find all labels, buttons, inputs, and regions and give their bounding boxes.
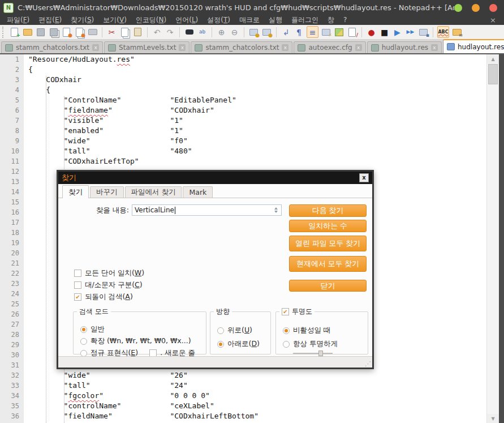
code-line[interactable]: "fgcolor" "0 0 0 0" [24,391,487,401]
scrollbar-thumb[interactable] [488,64,498,84]
save-all-icon[interactable] [48,27,59,37]
radio-icon[interactable] [283,341,290,348]
file-tab[interactable]: autoexec.cfgx [294,41,365,53]
save-icon[interactable] [35,27,46,37]
menu-item[interactable]: ? [339,15,351,25]
maximize-light[interactable] [472,4,480,12]
document-map-icon[interactable] [334,27,344,37]
file-tab[interactable]: StammLevels.txtx [104,41,189,53]
macro-run-multiple-icon[interactable]: ▶▶ [405,27,416,37]
macro-play-icon[interactable]: ▶ [392,27,403,37]
transparency-slider[interactable] [293,351,333,356]
titlebar[interactable]: N C:₩Users₩Administrator₩Downloads₩20150… [0,0,504,15]
code-line[interactable]: { [24,65,487,75]
transparency-checkbox[interactable]: ✔ [282,308,289,315]
redo-icon[interactable]: ↷ [165,27,175,37]
file-tab[interactable]: stamm_chatcolors.txtx [191,41,292,53]
file-tab[interactable]: hudlayout.resx [443,39,504,53]
vertical-scrollbar[interactable]: ▲ ▼ [486,54,499,423]
scrollbar-down-arrow[interactable]: ▼ [487,414,499,423]
tab-close-icon[interactable]: x [92,44,99,51]
menu-item[interactable]: 인코딩(N) [131,15,171,25]
code-line[interactable]: "visible" "1" [24,116,487,126]
cut-icon[interactable]: ✂ [106,27,117,37]
find-dialog-tab[interactable]: 바꾸기 [90,186,124,198]
find-what-combobox[interactable]: VerticalLine [132,204,282,216]
radio-icon[interactable] [283,327,290,334]
dialog-button[interactable]: 현재에서 모두 찾기 [289,256,367,272]
sync-horizontal-scroll-icon[interactable]: ● [261,27,272,37]
find-dialog-tab[interactable]: 찾기 [62,185,89,198]
menubar-close-button[interactable]: × [484,16,502,24]
code-line[interactable]: "wide" "26" [24,370,487,381]
menu-item[interactable]: 언어(L) [171,15,203,25]
find-dialog-tab[interactable]: 파일에서 찾기 [125,186,182,198]
minimize-light[interactable] [454,4,462,12]
dialog-button[interactable]: 일치하는 수 [289,220,367,232]
code-line[interactable]: "Resource/HudLayout.res" [24,54,487,65]
close-light[interactable] [489,4,497,12]
dialog-button[interactable]: 닫기 [289,280,367,292]
scrollbar-up-arrow[interactable]: ▲ [487,54,499,63]
code-line[interactable]: "tall" "480" [24,146,487,156]
menu-item[interactable]: 실행 [264,15,287,25]
radio-icon[interactable] [80,326,87,333]
menu-item[interactable]: 플러그인 [287,15,323,25]
tab-close-icon[interactable]: x [179,44,186,51]
close-all-documents-icon[interactable]: ● [74,27,85,37]
indent-guide-icon[interactable]: ≡ [307,26,318,38]
checkbox-icon[interactable]: ✔ [74,293,81,301]
code-line[interactable]: "fieldName" "CODxhairLeftBottom" [24,411,487,421]
find-dialog-close-button[interactable]: x [359,173,369,182]
menu-item[interactable]: 편집(E) [34,15,66,25]
menu-item[interactable]: 창 [323,15,339,25]
function-list-icon[interactable]: ⚡ [321,27,331,37]
menu-item[interactable]: 설정(T) [203,15,235,25]
menu-item[interactable]: 파일(F) [2,15,34,25]
document-switcher-icon[interactable]: / [347,27,357,37]
checkbox-icon[interactable] [74,281,81,289]
code-line[interactable]: "ControlName" "EditablePanel" [24,95,487,105]
checkbox-icon[interactable] [74,270,81,277]
dialog-button[interactable]: 다음 찾기 [289,204,367,217]
radio-icon[interactable] [217,327,224,334]
macro-record-icon[interactable]: ● [366,27,377,37]
find-dialog-titlebar[interactable]: 찾기 x [58,172,372,184]
radio-icon[interactable] [217,341,224,348]
new-file-icon[interactable]: + [9,27,20,37]
code-line[interactable]: "controlName" "ceXLabel" [24,401,487,411]
resize-grip-icon[interactable]: ⋰ [365,361,372,368]
word-wrap-icon[interactable]: ↲ [281,27,291,37]
find-replace-icon[interactable]: ab [197,27,208,37]
macro-save-icon[interactable]: ▪ [418,27,429,37]
combobox-spinner[interactable] [273,206,279,214]
close-document-icon[interactable]: ● [61,27,72,37]
radio-icon[interactable] [80,350,87,357]
code-line[interactable]: "CODxhairLeftTop" [24,156,487,166]
show-all-characters-icon[interactable]: ¶ [294,27,304,37]
file-tab[interactable]: hudlayout.resx [367,41,442,53]
undo-icon[interactable]: ↶ [152,27,162,37]
zoom-out-icon[interactable]: ⊖ [229,27,240,37]
menu-item[interactable]: 찾기(S) [66,15,98,25]
tab-close-icon[interactable]: x [355,44,362,51]
zoom-in-icon[interactable]: ⊕ [216,27,227,37]
tab-close-icon[interactable]: x [282,44,288,51]
code-line[interactable]: { [24,85,487,95]
code-line[interactable]: "wide" "f0" [24,136,487,146]
copy-icon[interactable] [119,27,130,37]
code-line[interactable]: CODxhair [24,75,487,85]
dialog-button[interactable]: 열린 파일 모두 찾기 [289,236,367,251]
paste-icon[interactable] [132,27,143,37]
menu-item[interactable]: 보기(V) [98,15,131,25]
spell-check-icon[interactable]: ABC [437,26,449,38]
sync-vertical-scroll-icon[interactable]: ● [248,27,259,37]
code-line[interactable]: "enabled" "1" [24,126,487,136]
print-icon[interactable] [87,27,98,37]
open-folder-icon[interactable] [22,27,33,37]
code-line[interactable]: "fieldname" "CODxhair" [24,105,487,116]
open-containing-folder-icon[interactable]: ∞ [451,27,462,37]
macro-stop-icon[interactable]: ■ [379,27,390,37]
toolbar-grip[interactable] [2,27,6,38]
radio-icon[interactable] [80,338,87,345]
